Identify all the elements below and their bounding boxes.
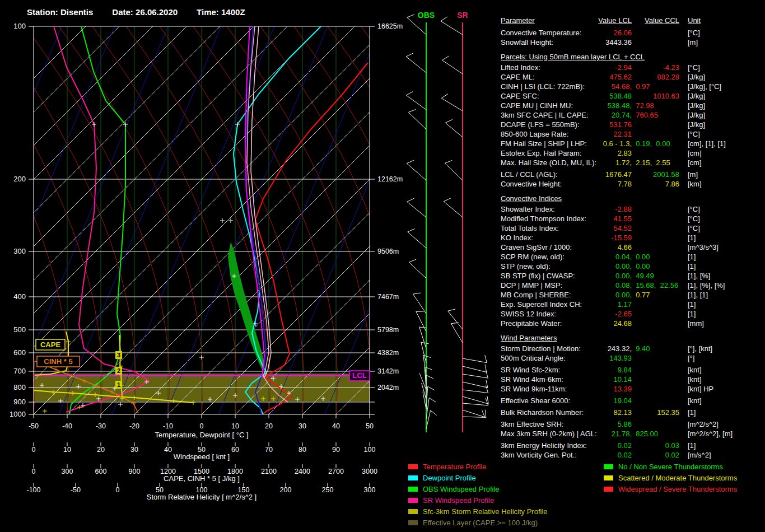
cinh-label: CINH * 5: [44, 357, 72, 366]
km-marker-label: 2: [117, 367, 120, 374]
table-row: Convective Height:7.787.86[km]: [501, 179, 765, 189]
table-row: CAPE SFC:538.481010.63[J/kg]: [501, 91, 765, 101]
isotherm-line: [0, 22, 392, 414]
param-label: SR Wind 9km-11km:: [501, 384, 567, 394]
altitude-label: 12162m: [377, 175, 403, 183]
wind-barb: [413, 293, 426, 314]
table-row: 3km Vorticity Gen. Pot.:0.020.02[m/s^2]: [501, 450, 765, 460]
param-value: 2.55: [652, 158, 670, 167]
srh-axis-tick-label: 250: [322, 486, 334, 494]
param-label: LCL / CCL (AGL):: [501, 170, 558, 179]
wind-barb: [416, 311, 426, 332]
param-value-trail: 825.00: [632, 429, 658, 438]
moist-adiabat-line: [395, 26, 495, 414]
wind-barb-tick: [486, 385, 488, 393]
profile-legend-item: Sfc-3km Storm Relative Helicity Profile: [408, 506, 548, 517]
param-value-lcl: 0.02: [559, 450, 632, 460]
wind-barb: [463, 396, 488, 404]
pressure-label: 900: [13, 398, 26, 406]
param-label: STP (new, old):: [501, 262, 551, 271]
dry-adiabat-line: [0, 26, 8, 414]
param-value-ccl: 882.28: [623, 72, 679, 82]
param-value-lcl: -2.94: [559, 63, 632, 72]
param-value: 0.19,: [632, 139, 652, 148]
param-value-lcl: 4.66: [559, 242, 632, 252]
wind-barb-tick: [445, 119, 453, 123]
param-label: Total Totals Index:: [501, 223, 559, 233]
wind-barb: [442, 56, 463, 74]
param-label: Snowfall Height:: [501, 38, 553, 47]
param-value: 9.40: [632, 344, 650, 353]
km-marker-label: 1: [117, 381, 120, 388]
table-header-row: ParameterValue LCLValue CCLUnit: [501, 16, 765, 25]
param-unit: [m]: [688, 38, 698, 47]
profile-legend-item: Temperature Profile: [408, 461, 548, 472]
param-unit: [1]: [688, 408, 696, 417]
wind-barb: [451, 323, 463, 343]
dry-adiabat-line: [218, 26, 381, 414]
section-header: Wind Parameters: [501, 333, 557, 343]
wind-barb-tick: [485, 410, 486, 418]
cape-axis-tick-label: 2700: [328, 468, 344, 475]
wind-barb-tick: [448, 309, 456, 311]
table-row: CINH | LSI (LCL: 722mB):54.68, 0.97[J/kg…: [501, 82, 765, 91]
param-value: 15.68,: [632, 281, 656, 290]
param-value-lcl: 0.02: [559, 441, 632, 450]
legend-swatch-icon: [408, 498, 418, 503]
wind-barb-tick: [428, 386, 435, 390]
param-value-lcl: -2.88: [559, 204, 632, 214]
wind-barb: [408, 228, 426, 248]
wind-barb: [407, 198, 426, 217]
param-value-lcl: 0.00,: [559, 271, 632, 281]
param-label: CAPE ML:: [501, 72, 535, 82]
param-unit: [°C]: [688, 63, 700, 72]
temperature-axis-tick-label: -10: [163, 422, 173, 430]
table-row: SCP RM (new, old):0.04, 0.00[1]: [501, 252, 765, 262]
param-unit: [m/s^2]: [688, 450, 711, 460]
param-unit: [°C]: [688, 223, 700, 233]
wind-barb-tick: [406, 53, 413, 57]
wind-barb-tick: [441, 94, 448, 99]
wind-barb-staff: [408, 232, 426, 248]
param-unit: [1]: [688, 233, 696, 242]
param-label: SCP RM (new, old):: [501, 252, 565, 262]
obs-column-label: OBS: [418, 11, 435, 20]
table-row: CAPE MU | CINH MU:538.48, 72.98[J/kg]: [501, 101, 765, 110]
section-header-row: Convective Indices: [501, 194, 765, 203]
param-label: SWISS 12 Index:: [501, 309, 556, 319]
severity-legend-item: Scattered / Moderate Thunderstorms: [604, 472, 737, 483]
wind-barb-staff: [445, 123, 463, 137]
table-row: Convective Temperature:26.06[°C]: [501, 28, 765, 38]
sounding-profiles: [34, 26, 368, 414]
table-row: Storm Direction | Motion:243.32, 9.40[°]…: [501, 344, 765, 353]
table-row: 3km SFC CAPE | IL CAPE:20.74, 760.65[J/k…: [501, 110, 765, 120]
wind-barb-tick: [442, 56, 449, 60]
table-row: Total Totals Index:54.52[°C]: [501, 223, 765, 233]
table-row: Craven SigSvr / 1000:4.66[m^3/s^3]: [501, 242, 765, 252]
param-unit: [°], [knt]: [688, 344, 712, 353]
table-row: CAPE ML:475.62882.28[J/kg]: [501, 72, 765, 82]
legend-label: Widespread / Severe Thunderstorms: [618, 485, 737, 493]
temperature-axis-tick-label: 40: [332, 422, 340, 430]
km-marker-label: 3: [117, 352, 120, 358]
param-unit: [knt]: [688, 365, 702, 375]
altitude-label: 7467m: [377, 293, 399, 301]
wind-barb-staff: [407, 17, 426, 35]
wind-barb-tick: [409, 259, 416, 262]
cape-axis-tick-label: 0: [32, 468, 36, 475]
pressure-label: 500: [13, 325, 26, 334]
wind-barb-staff: [409, 262, 426, 278]
param-value-trail: 0.97: [632, 82, 650, 91]
wind-barb: [463, 385, 488, 393]
wind-barb-staff: [408, 112, 426, 129]
legend-label: Sfc-3km Storm Relative Helicity Profile: [423, 507, 548, 516]
isotherm-line: [134, 22, 495, 414]
param-unit: [J/kg], [°C]: [688, 82, 721, 91]
param-value-lcl: 9.84: [559, 365, 632, 375]
altitude-label: 4382m: [377, 349, 399, 357]
param-value-lcl: 54.68,: [559, 82, 632, 91]
param-unit: [m^2/s^2]: [688, 419, 719, 429]
severity-legend-item: No / Non Severe Thunderstorms: [604, 461, 737, 472]
severity-legend: No / Non Severe ThunderstormsScattered /…: [604, 461, 737, 494]
param-value-lcl: 0.6 - 1.3,: [559, 139, 632, 148]
